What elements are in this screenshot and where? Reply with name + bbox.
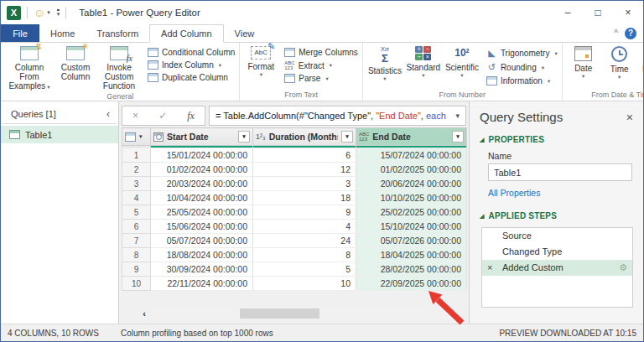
cell-duration[interactable]: 5	[253, 262, 356, 277]
step-source[interactable]: Source	[482, 228, 632, 244]
cell-end-date[interactable]: 25/02/2025 00:00:00	[356, 205, 467, 220]
date-button[interactable]: Date ▾	[565, 43, 602, 79]
column-header-duration-months[interactable]: 1²₃ Duration (Months) ▾	[253, 128, 356, 146]
cell-start-date[interactable]: 15/06/2024 00:00:00	[151, 220, 253, 234]
tab-home[interactable]: Home	[39, 24, 86, 42]
cell-duration[interactable]: 24	[253, 234, 356, 248]
close-button[interactable]: ×	[613, 1, 643, 24]
cell-start-date[interactable]: 01/02/2024 00:00:00	[151, 163, 253, 177]
delete-step-icon[interactable]: ×	[487, 260, 492, 276]
scientific-button[interactable]: 10² Scientific ▾	[443, 43, 481, 78]
cell-duration[interactable]: 8	[253, 248, 356, 262]
tab-add-column[interactable]: Add Column	[149, 24, 224, 43]
cell-start-date[interactable]: 25/05/2024 00:00:00	[151, 205, 253, 220]
cell-start-date[interactable]: 10/04/2024 00:00:00	[151, 191, 253, 205]
cell-end-date[interactable]: 05/07/2026 00:00:00	[356, 234, 467, 248]
cell-start-date[interactable]: 15/01/2024 00:00:00	[151, 148, 253, 163]
row-number[interactable]: 2	[122, 163, 151, 177]
scroll-right-icon[interactable]: ›	[447, 308, 460, 319]
cell-end-date[interactable]: 10/10/2025 00:00:00	[356, 191, 467, 205]
properties-section-header[interactable]: ◢ PROPERTIES	[480, 135, 633, 144]
cell-end-date[interactable]: 18/04/2025 00:00:00	[356, 248, 467, 262]
cell-start-date[interactable]: 18/08/2024 00:00:00	[151, 248, 253, 262]
column-header-end-date[interactable]: ABC123 End Date ▾	[356, 128, 467, 146]
feedback-dropdown-icon[interactable]: ▾	[47, 9, 50, 16]
duplicate-column-button[interactable]: Duplicate Column	[148, 73, 235, 82]
edit-step-gear-icon[interactable]: ⚙	[619, 260, 627, 276]
tab-view[interactable]: View	[224, 24, 266, 42]
row-number[interactable]: 9	[122, 262, 151, 277]
formula-cancel-icon[interactable]: ×	[132, 110, 138, 122]
status-columns-rows[interactable]: 4 COLUMNS, 10 ROWS	[8, 329, 99, 338]
collapse-ribbon-icon[interactable]: ^	[614, 28, 618, 38]
index-column-button[interactable]: Index Column▾	[148, 60, 235, 70]
row-number[interactable]: 10	[122, 277, 151, 291]
row-number[interactable]: 7	[122, 234, 151, 248]
maximize-button[interactable]: □	[583, 1, 613, 24]
scroll-left-icon[interactable]: ‹	[138, 308, 151, 319]
conditional-column-button[interactable]: Conditional Column	[148, 48, 235, 57]
cell-end-date[interactable]: 28/02/2025 00:00:00	[356, 262, 467, 277]
filter-button[interactable]: ▾	[341, 131, 353, 142]
cell-start-date[interactable]: 22/11/2024 00:00:00	[151, 277, 253, 291]
row-number[interactable]: 5	[122, 205, 151, 220]
row-number[interactable]: 4	[122, 191, 151, 205]
minimize-button[interactable]: –	[553, 1, 583, 24]
cell-duration[interactable]: 9	[253, 205, 356, 220]
cell-start-date[interactable]: 20/03/2024 00:00:00	[151, 177, 253, 191]
cell-start-date[interactable]: 05/07/2024 00:00:00	[151, 234, 253, 248]
row-number[interactable]: 6	[122, 220, 151, 234]
formula-commit-icon[interactable]: ✓	[158, 110, 167, 122]
formula-fx-icon[interactable]: fx	[187, 110, 195, 122]
cell-duration[interactable]: 10	[253, 277, 356, 291]
query-list-item-table1[interactable]: Table1	[1, 126, 118, 143]
cell-end-date[interactable]: 01/02/2025 00:00:00	[356, 163, 467, 177]
format-button[interactable]: AbC✎ Format ▾	[242, 43, 279, 77]
horizontal-scrollbar[interactable]: ‹ ›	[138, 308, 460, 319]
extract-button[interactable]: ABC123 Extract▾	[284, 60, 358, 70]
all-properties-link[interactable]: All Properties	[488, 188, 633, 198]
formula-expand-icon[interactable]: ▾	[455, 111, 460, 120]
tab-file[interactable]: File	[1, 24, 39, 42]
collapse-queries-pane-icon[interactable]: ‹	[106, 108, 110, 120]
cell-duration[interactable]: 4	[253, 220, 356, 234]
feedback-smiley-icon[interactable]: ☺	[34, 7, 45, 18]
duration-button[interactable]: Duration ▾	[637, 43, 643, 80]
help-icon[interactable]: ?	[625, 28, 636, 39]
custom-column-button[interactable]: ✳ Custom Column	[55, 43, 96, 81]
invoke-custom-function-button[interactable]: fx Invoke Custom Function	[96, 43, 143, 91]
row-number[interactable]: 1	[122, 148, 151, 163]
filter-button[interactable]: ▾	[452, 131, 464, 142]
status-column-profiling[interactable]: Column profiling based on top 1000 rows	[121, 329, 273, 338]
qat-customize-icon[interactable]: ▾	[57, 9, 60, 16]
tab-transform[interactable]: Transform	[86, 24, 149, 42]
cell-end-date[interactable]: 20/06/2024 00:00:00	[356, 177, 467, 191]
cell-duration[interactable]: 6	[253, 148, 356, 163]
merge-columns-button[interactable]: Merge Columns	[284, 48, 358, 57]
step-added-custom[interactable]: × Added Custom ⚙	[482, 260, 632, 276]
cell-end-date[interactable]: 15/10/2024 00:00:00	[356, 220, 467, 234]
row-number[interactable]: 3	[122, 177, 151, 191]
applied-steps-section-header[interactable]: ◢ APPLIED STEPS	[480, 211, 633, 220]
standard-button[interactable]: +−÷× Standard ▾	[404, 43, 443, 78]
datetime-type-icon[interactable]	[153, 132, 164, 142]
column-from-examples-button[interactable]: ↯ Column From Examples▾	[3, 43, 55, 91]
close-panel-icon[interactable]: ×	[626, 111, 633, 124]
cell-duration[interactable]: 18	[253, 191, 356, 205]
step-changed-type[interactable]: Changed Type	[482, 244, 632, 260]
information-button[interactable]: Information▾	[486, 76, 558, 86]
rounding-button[interactable]: ↺ Rounding▾	[486, 62, 558, 73]
cell-duration[interactable]: 12	[253, 163, 356, 177]
scrollbar-thumb[interactable]	[240, 308, 319, 319]
formula-input[interactable]: = Table.AddColumn(#"Changed Type", "End …	[209, 106, 466, 126]
column-header-start-date[interactable]: Start Date ▾	[151, 128, 253, 146]
row-number[interactable]: 8	[122, 248, 151, 262]
query-name-input[interactable]: Table1	[488, 163, 632, 181]
cell-end-date[interactable]: 15/07/2024 00:00:00	[356, 148, 467, 163]
number-type-icon[interactable]: 1²₃	[256, 132, 266, 141]
trigonometry-button[interactable]: ◣ Trigonometry▾	[486, 48, 558, 59]
any-type-icon[interactable]: ABC123	[359, 132, 369, 142]
statistics-button[interactable]: XσΣ Statistics ▾	[366, 43, 404, 81]
grid-corner-header[interactable]: ▾	[122, 128, 151, 146]
parse-button[interactable]: Parse▾	[284, 74, 358, 83]
